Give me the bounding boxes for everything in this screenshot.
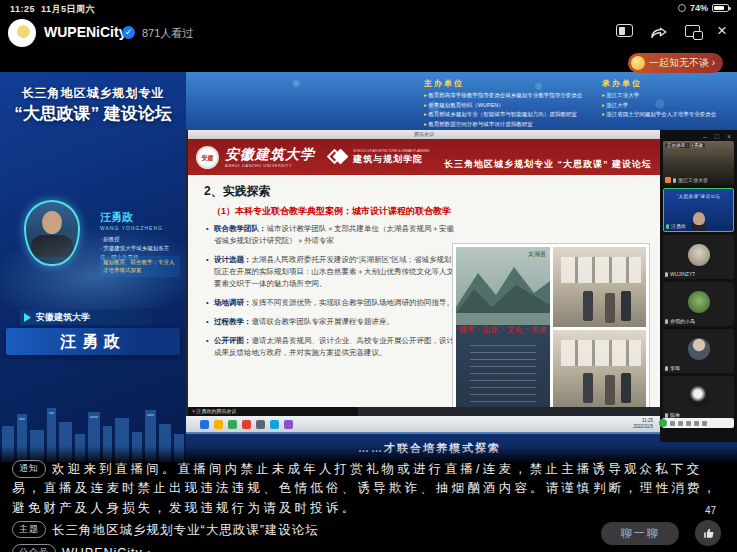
notice-row: 通知欢迎来到直播间。直播间内禁止未成年人打赏礼物或进行直播/连麦，禁止主播诱导观… — [12, 446, 728, 518]
mini-slide-text: “大思政课”建设论坛 — [664, 194, 733, 199]
share-icon[interactable] — [650, 23, 668, 38]
taskbar-app-icon — [200, 420, 209, 429]
topic-text: 长三角地区城乡规划专业“大思政课”建设论坛 — [52, 523, 319, 537]
muted-mic-icon — [665, 366, 668, 371]
video-player[interactable]: 长三角地区城乡规划专业 “大思政课” 建设论坛 汪勇政 WANG YONGZHE… — [0, 72, 737, 462]
slide-body: 2、实践探索 （1）本科专业联合教学典型案例：城市设计课程的联合教学 联合教学团… — [188, 175, 660, 407]
active-mic-icon — [666, 224, 669, 229]
topic-badge: 主题 — [12, 521, 46, 538]
rotation-lock-icon — [678, 4, 686, 12]
chat-promo-button[interactable]: 一起知无不谈 › — [628, 53, 723, 73]
participant-avatar — [688, 291, 710, 313]
like-button[interactable] — [695, 520, 721, 546]
university-name: 安徽建筑大学 — [225, 146, 315, 164]
slide-section-title: 2、实践探索 — [204, 183, 271, 200]
participant-avatar — [688, 338, 710, 360]
bottom-overlay: 通知欢迎来到直播间。直播间内禁止未成年人打赏礼物或进行直播/连麦，禁止主播诱导观… — [0, 446, 737, 552]
taihu-poster-image: 太湖县 城市・山水・文化・未来 — [456, 247, 550, 407]
meeting-overlay-bar: 汪勇政的腾讯会议 — [188, 407, 358, 416]
slide-bullet-list: 联合教学团队：城市设计教学团队＋支部共建单位（太湖县资规局＋安徽省城乡规划设计研… — [206, 223, 456, 366]
participant-tile: 陈琳 — [663, 376, 734, 420]
muted-mic-icon — [673, 178, 676, 183]
forum-title-line1: 长三角地区城乡规划专业 — [0, 85, 186, 102]
verified-badge-icon: ✓ — [122, 26, 135, 39]
host-item: 浙江大学 — [602, 101, 734, 111]
taskbar-app-icon — [242, 420, 251, 429]
poster-county-label: 太湖县 — [528, 250, 546, 259]
speaker-webcam-face — [693, 212, 705, 225]
participant-tile: 会唱的小鸟 — [663, 282, 734, 326]
picture-in-picture-icon[interactable] — [685, 25, 700, 37]
account-link[interactable]: WUPENiCity › — [62, 546, 152, 552]
notice-badge: 通知 — [12, 460, 46, 478]
slide-bullet: 过程教学：邀请联合教学团队专家开展课程专题讲座。 — [206, 316, 456, 328]
participants-sidebar: – □ × 正在讲话：汪勇政 浙江工业大学 “大思政课”建设论坛 汪勇政 — [660, 130, 737, 442]
participant-name: 李晖 — [670, 365, 680, 371]
theater-mode-icon[interactable] — [616, 24, 633, 37]
clock: 11:25 — [10, 4, 35, 14]
battery-percent: 74% — [690, 3, 708, 13]
participant-tile: WUJINZYT — [663, 235, 734, 279]
school-name: 建筑与规划学院 — [353, 153, 430, 166]
participant-room-view: 正在讲话：汪勇政 浙江工业大学 — [663, 141, 734, 185]
taskbar-app-icon — [256, 420, 265, 429]
organizer-item: 教育部城乡规划专业（智能城市与智能规划方向）虚拟教研室 — [424, 110, 596, 120]
slide-case-heading: （1）本科专业联合教学典型案例：城市设计课程的联合教学 — [212, 205, 451, 218]
hosts-block: 承办单位 浙江工业大学浙江大学浙江省国土空间规划学会人才培养专业委员会 — [602, 78, 734, 120]
windows-taskbar: 11:25 2022/11/5 — [186, 416, 737, 432]
muted-mic-icon — [665, 413, 668, 418]
muted-mic-icon — [665, 319, 668, 324]
organizers-heading: 主办单位 — [424, 78, 596, 89]
participant-name: WUJINZYT — [670, 271, 695, 277]
poster-slogan: 城市・山水・文化・未来 — [459, 325, 547, 335]
channel-avatar[interactable] — [8, 19, 36, 47]
muted-mic-icon — [665, 272, 668, 277]
system-tray-clock: 11:25 2022/11/5 — [633, 418, 653, 430]
meeting-window-titlebar: 腾讯会议 — [188, 130, 660, 139]
speaker-name-ribbon: 汪勇政 — [6, 328, 180, 355]
room-avatar-icon — [665, 177, 671, 183]
chat-button[interactable]: 聊一聊 — [601, 522, 679, 545]
slide-image-panel: 太湖县 城市・山水・文化・未来 — [452, 243, 650, 407]
taskbar-app-icon — [228, 420, 237, 429]
date: 11月5日周六 — [41, 4, 95, 14]
live-stream-app: 11:25 11月5日周六 74% WUPENiCity ✓ 871人看过 × … — [0, 0, 737, 552]
organizers-block: 主办单位 教育部高等学校教学指导委员会城乡规划专业教学指导分委员会世界规划教育组… — [424, 78, 596, 130]
speaker-university-ribbon: 安徽建筑大学 — [20, 310, 152, 325]
hosts-heading: 承办单位 — [602, 78, 734, 89]
participant-avatar — [688, 244, 710, 266]
channel-name[interactable]: WUPENiCity — [44, 24, 126, 40]
shared-desktop: 腾讯会议 安建 安徽建筑大学 ANHUI JIANZHU UNIVERSITY … — [186, 130, 737, 432]
school-name-en: SCHOOL OF ARCHITECTURE & URBAN PLANNING — [353, 149, 430, 153]
stream-left-panel: 长三角地区城乡规划专业 “大思政课” 建设论坛 汪勇政 WANG YONGZHE… — [0, 72, 186, 462]
university-seal-icon: 安建 — [196, 146, 219, 169]
organizer-item: 世界规划教育组织（WUPEN） — [424, 101, 596, 111]
participant-tile: 李晖 — [663, 329, 734, 373]
official-account-row[interactable]: 公众号WUPENiCity › — [12, 544, 725, 552]
wechat-icon — [659, 419, 667, 427]
slide-bullet: 公开评图：邀请太湖县资规局、设计企业、高校专业开展公开评图，设计成果反馈给地方政… — [206, 335, 456, 359]
floating-toolbar — [662, 418, 734, 428]
app-header: WUPENiCity ✓ 871人看过 × — [0, 16, 737, 52]
taskbar-app-icon — [214, 420, 223, 429]
host-item: 浙江省国土空间规划学会人才培养专业委员会 — [602, 110, 734, 120]
participant-active-speaker: “大思政课”建设论坛 汪勇政 — [663, 188, 734, 232]
speaking-indicator: 正在讲话：汪勇政 — [665, 143, 705, 148]
university-name-en: ANHUI JIANZHU UNIVERSITY — [225, 164, 315, 168]
account-badge: 公众号 — [12, 544, 56, 552]
status-bar: 11:25 11月5日周六 74% — [0, 3, 737, 17]
host-item: 浙江工业大学 — [602, 91, 734, 101]
thumbs-up-icon — [702, 527, 715, 540]
taskbar-app-icon — [284, 420, 293, 429]
participant-name: 会唱的小鸟 — [670, 318, 695, 324]
promo-label: 一起知无不谈 › — [649, 56, 715, 70]
notice-text: 欢迎来到直播间。直播间内禁止未成年人打赏礼物或进行直播/连麦，禁止主播诱导观众私… — [12, 462, 719, 515]
close-icon[interactable]: × — [717, 22, 727, 39]
school-logo-icon — [329, 149, 345, 165]
exhibition-photo-2 — [553, 330, 646, 408]
battery-icon — [712, 4, 729, 12]
taskbar-app-icon — [270, 420, 279, 429]
participant-list: WUJINZYT 会唱的小鸟 — [663, 235, 734, 420]
viewer-count: 871人看过 — [142, 26, 193, 41]
like-count: 47 — [705, 505, 716, 516]
